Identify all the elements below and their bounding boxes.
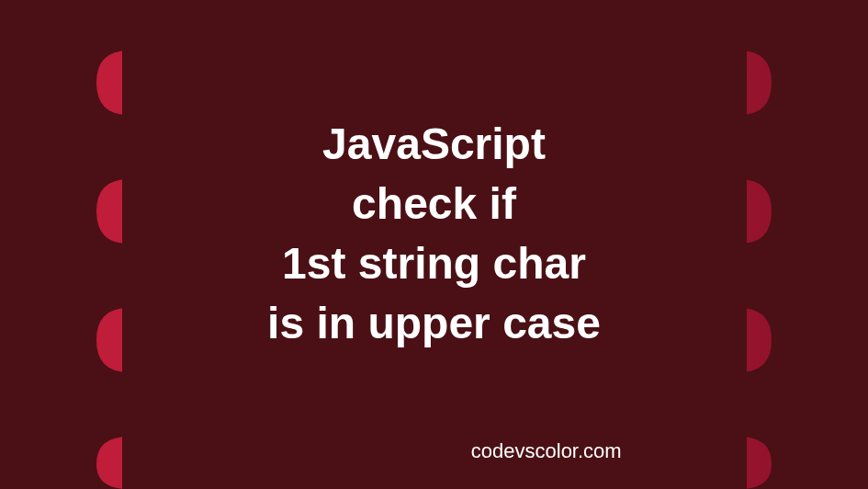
banner-title: JavaScript check if 1st string char is i… (159, 116, 710, 354)
watermark-text: codevscolor.com (471, 439, 622, 463)
thumbnail-banner: JavaScript check if 1st string char is i… (0, 0, 868, 489)
